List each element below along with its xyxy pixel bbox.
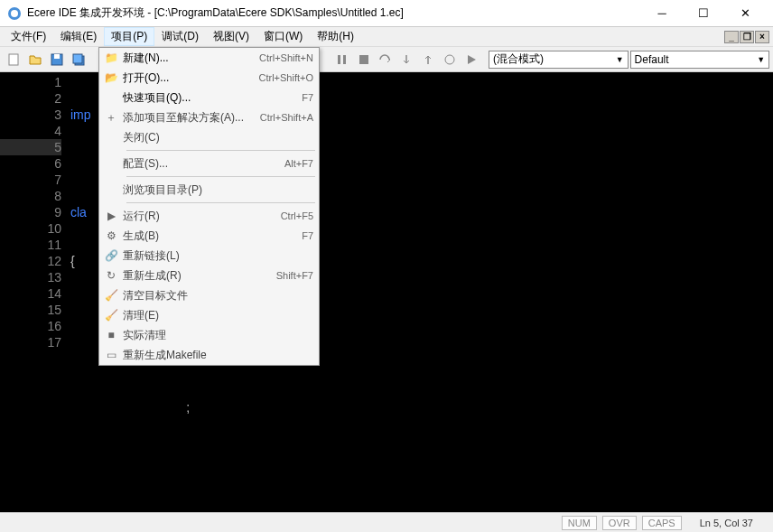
stop-icon[interactable] [354, 50, 374, 70]
menu-window[interactable]: 窗口(W) [256, 27, 310, 46]
minimize-button[interactable]: ─ [641, 1, 683, 26]
menubar: 文件(F) 编辑(E) 项目(P) 调试(D) 视图(V) 窗口(W) 帮助(H… [0, 27, 773, 47]
save-button[interactable] [47, 50, 67, 70]
pause-icon[interactable] [332, 50, 352, 70]
svg-rect-2 [9, 54, 18, 65]
menu-real-clean[interactable]: ■实际清理 [99, 325, 319, 345]
line-number: 14 [0, 285, 61, 302]
menu-close-project[interactable]: 关闭(C) [99, 127, 319, 147]
line-number: 7 [0, 172, 61, 188]
menu-edit[interactable]: 编辑(E) [53, 27, 104, 46]
svg-point-1 [11, 10, 18, 17]
menu-browse-folder[interactable]: 浏览项目目录(P) [99, 180, 319, 200]
svg-point-10 [445, 55, 454, 64]
mdi-close-button[interactable]: × [755, 31, 769, 43]
step-out-icon[interactable] [418, 50, 438, 70]
code-text: cla [70, 205, 87, 219]
open-file-button[interactable] [25, 50, 45, 70]
line-number: 13 [0, 269, 61, 285]
menu-new-project[interactable]: 📁新建(N)...Ctrl+Shift+N [99, 48, 319, 68]
broom-icon: ■ [99, 329, 123, 341]
line-number: 3 [0, 107, 61, 123]
menu-project[interactable]: 项目(P) [104, 27, 154, 46]
line-number: 8 [0, 188, 61, 204]
window-title: Ecere IDE 集成开发环境 - [C:\ProgramData\Ecere… [27, 5, 641, 21]
line-number: 6 [0, 155, 61, 172]
menu-debug[interactable]: 调试(D) [154, 27, 206, 46]
close-button[interactable]: ✕ [724, 1, 766, 26]
broom-icon: 🧹 [99, 309, 123, 322]
project-dropdown-menu: 📁新建(N)...Ctrl+Shift+N 📂打开(O)...Ctrl+Shif… [98, 47, 320, 366]
app-icon [7, 6, 22, 21]
mode-dropdown-label: (混合模式) [493, 51, 544, 67]
menu-settings[interactable]: 配置(S)...Alt+F7 [99, 154, 319, 173]
line-number: 9 [0, 204, 61, 220]
config-dropdown[interactable]: Default▼ [630, 51, 769, 69]
line-number: 4 [0, 123, 61, 139]
titlebar: Ecere IDE 集成开发环境 - [C:\ProgramData\Ecere… [0, 0, 773, 27]
line-number: 2 [0, 90, 61, 107]
folder-new-icon: 📁 [99, 51, 123, 64]
menu-view[interactable]: 视图(V) [206, 27, 256, 46]
line-number: 10 [0, 220, 61, 237]
line-number: 16 [0, 318, 61, 334]
menu-file[interactable]: 文件(F) [4, 27, 53, 46]
maximize-button[interactable]: ☐ [683, 1, 724, 26]
line-number: 5 [0, 139, 61, 155]
line-number: 15 [0, 302, 61, 318]
menu-clean-target[interactable]: 🧹清空目标文件 [99, 285, 319, 305]
menu-clean[interactable]: 🧹清理(E) [99, 305, 319, 325]
step-over-icon[interactable] [376, 50, 396, 70]
mdi-controls: _ ❐ × [724, 31, 769, 43]
rebuild-icon: ↻ [99, 269, 123, 282]
build-icon: ⚙ [99, 229, 123, 242]
svg-rect-6 [73, 54, 82, 63]
menu-help[interactable]: 帮助(H) [310, 27, 361, 46]
folder-open-icon: 📂 [99, 71, 123, 84]
step-run-icon[interactable] [461, 50, 481, 70]
line-number: 12 [0, 253, 61, 269]
link-icon: 🔗 [99, 249, 123, 262]
menu-build[interactable]: ⚙生成(B)F7 [99, 226, 319, 246]
menu-run[interactable]: ▶运行(R)Ctrl+F5 [99, 206, 319, 226]
plus-icon: ＋ [99, 110, 123, 126]
svg-rect-4 [54, 54, 60, 59]
mdi-restore-button[interactable]: ❐ [740, 31, 754, 43]
menu-regen-makefile[interactable]: ▭重新生成Makefile [99, 345, 319, 365]
document-icon: ▭ [99, 349, 123, 361]
menu-separator [126, 176, 315, 177]
svg-rect-9 [359, 55, 368, 64]
code-text: ; [186, 400, 190, 415]
menu-quick-project[interactable]: 快速项目(Q)...F7 [99, 88, 319, 107]
menu-relink[interactable]: 🔗重新链接(L) [99, 246, 319, 266]
menu-add-project[interactable]: ＋添加项目至解决方案(A)...Ctrl+Shift+A [99, 107, 319, 127]
line-gutter: 1 2 3 4 5 6 7 8 9 10 11 12 13 14 15 16 1… [0, 72, 70, 512]
line-number: 17 [0, 334, 61, 350]
broom-icon: 🧹 [99, 289, 123, 302]
code-text: imp [70, 107, 91, 122]
svg-rect-7 [338, 55, 340, 64]
mdi-minimize-button[interactable]: _ [724, 31, 739, 43]
run-icon: ▶ [99, 210, 123, 222]
menu-rebuild[interactable]: ↻重新生成(R)Shift+F7 [99, 266, 319, 285]
config-dropdown-label: Default [635, 53, 669, 66]
menu-open-project[interactable]: 📂打开(O)...Ctrl+Shift+O [99, 68, 319, 88]
code-text: { [70, 254, 75, 268]
menu-separator [126, 150, 315, 151]
line-number: 11 [0, 237, 61, 253]
mode-dropdown[interactable]: (混合模式)▼ [489, 51, 628, 69]
saveall-button[interactable] [69, 50, 88, 70]
new-file-button[interactable] [4, 50, 23, 70]
menu-separator [126, 202, 315, 203]
step-into-icon[interactable] [396, 50, 416, 70]
line-number: 1 [0, 74, 61, 90]
step-skip-icon[interactable] [440, 50, 460, 70]
svg-rect-8 [343, 55, 346, 64]
